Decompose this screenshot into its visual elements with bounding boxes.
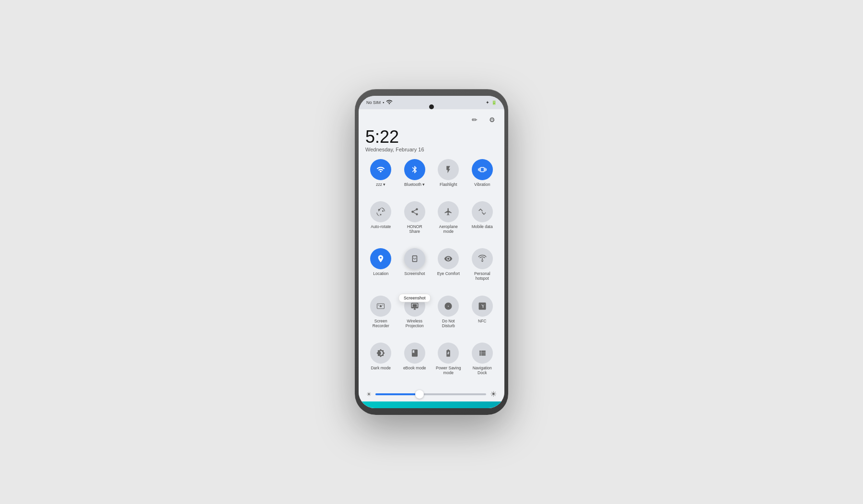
tile-flashlight[interactable]: Flashlight [433,159,464,197]
tile-vibration-label: Vibration [474,182,490,187]
tile-auto-rotate[interactable]: Auto-rotate [365,201,397,244]
tile-flashlight-label: Flashlight [440,182,457,187]
tile-screenshot[interactable]: Screenshot Screenshot [399,248,431,291]
tile-hotspot-btn[interactable] [472,248,493,269]
tile-nfc-btn[interactable] [472,296,493,317]
status-left: No SIM ▪ [366,99,393,106]
tile-ebook-btn[interactable] [404,343,425,364]
tile-dark-mode[interactable]: Dark mode [365,343,397,386]
tile-honor-share-label: HONOR Share [402,224,428,234]
tile-vibration[interactable]: Vibration [467,159,498,197]
tile-screen-recorder[interactable]: Screen Recorder [365,296,397,339]
tile-nfc-label: NFC [478,319,486,323]
tile-flashlight-btn[interactable] [438,159,459,180]
tile-screenshot-label: Screenshot [404,271,425,276]
tile-mobile-data-label: Mobile data [472,224,493,229]
settings-icon[interactable]: ⚙ [486,114,498,126]
brightness-fill [375,393,420,395]
tile-screenshot-btn[interactable] [404,248,425,269]
svg-point-2 [380,305,382,307]
tile-mobile-data[interactable]: 1 Mobile data [467,201,498,244]
tile-power-saving-label: Power Saving mode [435,366,461,375]
tile-do-not-disturb[interactable]: Do Not Disturb [433,296,464,339]
status-right: ✦ 🔋 [486,100,497,105]
camera-notch [429,104,434,109]
wifi-status-icon [386,99,393,106]
tile-navigation-dock-label: Navigation Dock [469,366,495,375]
tile-ebook[interactable]: eBook mode [399,343,431,386]
tile-power-saving-btn[interactable] [438,343,459,364]
tile-location-label: Location [373,271,388,276]
no-sim-label: No SIM [366,100,381,105]
tile-dark-mode-btn[interactable] [370,343,391,364]
brightness-row: ☀ ☀ [365,389,498,399]
tile-vibration-btn[interactable] [472,159,493,180]
tile-wifi[interactable]: zzz ▾ [365,159,397,197]
tile-eye-comfort-label: Eye Comfort [437,271,460,276]
bluetooth-status-icon: ✦ [486,100,490,105]
tile-screen-recorder-label: Screen Recorder [368,319,394,328]
time-display: 5:22 Wednesday, February 16 [365,128,498,152]
tile-aeroplane[interactable]: Aeroplane mode [433,201,464,244]
tile-bluetooth-btn[interactable] [404,159,425,180]
tile-nfc[interactable]: NFC [467,296,498,339]
screenshot-tooltip: Screenshot [398,294,431,302]
tile-location-btn[interactable] [370,248,391,269]
tile-ebook-label: eBook mode [403,366,426,370]
tile-auto-rotate-btn[interactable] [370,201,391,222]
tile-do-not-disturb-btn[interactable] [438,296,459,317]
tile-honor-share[interactable]: HONOR Share [399,201,431,244]
tile-hotspot[interactable]: Personal hotspot [467,248,498,291]
tile-wifi-btn[interactable] [370,159,391,180]
quick-tiles-grid: zzz ▾ Bluetooth ▾ Flashlight [365,159,498,386]
tile-aeroplane-btn[interactable] [438,201,459,222]
brightness-thumb[interactable] [415,390,424,399]
date-text: Wednesday, February 16 [365,147,498,152]
signal-icon: ▪ [383,100,384,105]
tile-navigation-dock[interactable]: Navigation Dock [467,343,498,386]
tile-navigation-dock-btn[interactable] [472,343,493,364]
tile-power-saving[interactable]: Power Saving mode [433,343,464,386]
tile-bluetooth[interactable]: Bluetooth ▾ [399,159,431,197]
tile-wifi-label: zzz ▾ [376,182,385,187]
tile-hotspot-label: Personal hotspot [469,271,495,281]
tile-auto-rotate-label: Auto-rotate [371,224,391,229]
tile-eye-comfort-btn[interactable] [438,248,459,269]
phone-mockup: No SIM ▪ ✦ 🔋 ✏ ⚙ 5:22 [355,89,508,415]
tile-mobile-data-btn[interactable]: 1 [472,201,493,222]
teal-bar [359,401,504,408]
svg-text:1: 1 [481,211,483,213]
time-text: 5:22 [365,128,498,146]
phone-body: No SIM ▪ ✦ 🔋 ✏ ⚙ 5:22 [355,89,508,415]
panel-header: ✏ ⚙ [365,114,498,126]
tile-eye-comfort[interactable]: Eye Comfort [433,248,464,291]
tile-location[interactable]: Location [365,248,397,291]
tile-bluetooth-label: Bluetooth ▾ [404,182,425,187]
edit-icon[interactable]: ✏ [469,114,480,126]
tile-dark-mode-label: Dark mode [371,366,391,370]
brightness-track[interactable] [375,393,486,395]
brightness-high-icon: ☀ [490,389,497,399]
brightness-low-icon: ☀ [366,391,372,398]
battery-icon: 🔋 [491,100,497,105]
tile-aeroplane-label: Aeroplane mode [435,224,461,234]
phone-screen: No SIM ▪ ✦ 🔋 ✏ ⚙ 5:22 [359,96,504,408]
tile-wireless-projection-label: Wireless Projection [402,319,428,328]
tile-do-not-disturb-label: Do Not Disturb [435,319,461,328]
tile-screen-recorder-btn[interactable] [370,296,391,317]
notification-panel: ✏ ⚙ 5:22 Wednesday, February 16 zzz ▾ [359,109,504,408]
tile-honor-share-btn[interactable] [404,201,425,222]
